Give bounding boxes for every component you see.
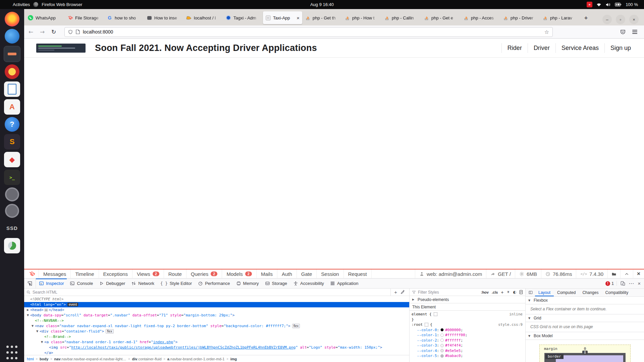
chevron-down-icon[interactable]: ▼	[36, 329, 40, 334]
css-variable-4[interactable]: --color-4:#e5e5e5;	[412, 348, 523, 354]
devtools-tab-storage[interactable]: Storage	[262, 279, 290, 288]
boxmodel-section-header[interactable]: ▼ Box Model	[526, 332, 644, 340]
tree-node-8[interactable]: ▼<a class="navbar-brand order-1 order-md…	[24, 340, 409, 345]
menu-hamburger-icon[interactable]	[632, 30, 637, 34]
tree-node-7[interactable]: <!--Brand-->	[24, 334, 409, 340]
debugbar-tab-gate[interactable]: Gate	[297, 269, 317, 278]
laravel-logo-icon[interactable]	[24, 269, 39, 278]
dock-item-firefox-icon[interactable]	[5, 12, 19, 26]
dock-item-files-icon[interactable]	[4, 46, 20, 62]
site-logo-image[interactable]	[36, 44, 86, 53]
debugbar-tab-models[interactable]: Models2	[222, 269, 256, 278]
dark-scheme-icon[interactable]: ◐	[513, 290, 516, 294]
dock-item-apps-icon[interactable]	[4, 345, 20, 360]
browser-tab-11[interactable]: php - Acces	[461, 11, 500, 24]
breadcrumb-item-img[interactable]: img	[230, 357, 237, 361]
responsive-design-icon[interactable]	[620, 281, 626, 286]
browser-tab-10[interactable]: php - Get e	[421, 11, 461, 24]
add-node-icon[interactable]: +	[394, 289, 397, 295]
browser-tab-5[interactable]: Tagxi - Adm	[223, 11, 263, 24]
sidebar-tab-computed[interactable]: Computed	[554, 289, 579, 296]
root-rule-selector[interactable]: :root{style.css:9	[412, 322, 523, 327]
dock-item-writer-icon[interactable]	[4, 81, 20, 97]
devtools-menu-icon[interactable]: ···	[629, 281, 634, 286]
forward-button[interactable]: →	[38, 27, 47, 37]
sidebar-tab-compatibility[interactable]: Compatibility	[602, 289, 632, 296]
shield-icon[interactable]	[68, 29, 73, 35]
tree-node-2[interactable]: ▶<head>⋯</head>	[24, 307, 409, 313]
box-model-border[interactable]: border 0	[544, 353, 626, 362]
tree-node-1[interactable]: <html lang="en">event	[24, 302, 409, 307]
close-window-button[interactable]: ×	[629, 15, 639, 24]
browser-tab-3[interactable]: How to inse	[144, 11, 183, 24]
debugbar-tab-session[interactable]: Session	[316, 269, 343, 278]
browser-tab-12[interactable]: php - Driver	[500, 11, 540, 24]
debugbar-tab-messages[interactable]: Messages	[39, 269, 70, 278]
volume-icon[interactable]	[605, 2, 611, 7]
debugbar-tab-mails[interactable]: Mails	[256, 269, 277, 278]
dock-item-thunderbird-icon[interactable]	[5, 29, 19, 44]
devtools-tab-application[interactable]: Application	[327, 279, 362, 288]
tree-node-4[interactable]: <!--NAVBAR-->	[24, 318, 409, 323]
debugbar-tab-queries[interactable]: Queries2	[186, 269, 222, 278]
debugbar-tab-exceptions[interactable]: Exceptions	[99, 269, 132, 278]
element-rule-selector[interactable]: element {inline	[412, 312, 523, 317]
maximize-button[interactable]: ▫	[616, 15, 625, 24]
color-swatch[interactable]	[440, 344, 444, 347]
devtools-tab-network[interactable]: Network	[128, 279, 157, 288]
browser-tab-9[interactable]: php - Callin	[382, 11, 421, 24]
box-model-margin[interactable]: margin 0 border 0	[539, 345, 631, 362]
tree-node-6[interactable]: ▼<div class="container-fluid">flex	[24, 329, 409, 334]
devtools-tab-accessibility[interactable]: Accessibility	[290, 279, 327, 288]
browser-tab-7[interactable]: php - Get th	[303, 11, 342, 24]
browser-tab-4[interactable]: localhost / l	[184, 11, 223, 24]
breadcrumb-item-a[interactable]: a.navbar-brand.order-1.order-md-1	[167, 357, 225, 361]
browser-tab-1[interactable]: File Storage	[65, 11, 104, 24]
dock-item-software-icon[interactable]: A	[4, 99, 20, 115]
open-folder-button[interactable]	[607, 269, 620, 278]
rule-location[interactable]: style.css:9	[498, 322, 523, 327]
search-html-input[interactable]: Search HTML	[33, 290, 57, 295]
chevron-down-icon[interactable]: ▼	[41, 340, 44, 345]
sidebar-pane-icon[interactable]	[526, 289, 535, 296]
chevron-down-icon[interactable]: ▼	[32, 323, 35, 329]
debugbar-tab-timeline[interactable]: Timeline	[70, 269, 98, 278]
color-swatch[interactable]	[440, 334, 444, 337]
devtools-tab-style-editor[interactable]: { }Style Editor	[157, 279, 195, 288]
site-link-driver[interactable]: Driver	[528, 43, 555, 53]
save-to-pocket-icon[interactable]	[620, 29, 626, 34]
devtools-tab-inspector[interactable]: Inspector	[36, 279, 67, 288]
back-button[interactable]: ←	[26, 27, 36, 37]
bookmark-star-icon[interactable]: ☆	[544, 29, 549, 35]
add-rule-icon[interactable]: +	[501, 290, 503, 295]
collapse-debugbar-button[interactable]	[620, 269, 633, 278]
url-bar[interactable]: localhost:8000 ☆	[64, 27, 553, 37]
debugbar-tab-auth[interactable]: Auth	[277, 269, 297, 278]
selector-highlighter-icon[interactable]	[434, 312, 437, 316]
devtools-tab-debugger[interactable]: Debugger	[96, 279, 128, 288]
reload-button[interactable]: ↻	[49, 27, 58, 37]
css-variable-5[interactable]: --color-5:#babac0;	[412, 353, 523, 359]
dock-item-help-icon[interactable]: ?	[5, 117, 19, 132]
wifi-icon[interactable]	[596, 2, 601, 7]
rule-location[interactable]: inline	[509, 312, 523, 317]
color-swatch[interactable]	[440, 339, 444, 342]
color-swatch[interactable]	[440, 328, 444, 331]
sidebar-tab-changes[interactable]: Changes	[579, 289, 602, 296]
devtools-tab-performance[interactable]: Performance	[195, 279, 233, 288]
chevron-down-icon[interactable]: ▼	[27, 313, 30, 318]
browser-tab-0[interactable]: WhatsApp	[25, 11, 65, 24]
dock-item-greenapp-icon[interactable]	[4, 238, 20, 253]
debugbar-tab-views[interactable]: Views2	[132, 269, 164, 278]
site-link-rider[interactable]: Rider	[501, 43, 528, 53]
new-tab-button[interactable]: +	[581, 13, 591, 23]
light-scheme-icon[interactable]: ☀	[507, 290, 510, 294]
chevron-right-icon[interactable]: ▶	[27, 307, 30, 313]
browser-tab-6[interactable]: –Taxi-App×	[263, 11, 302, 24]
activities-button[interactable]: Activities	[13, 2, 30, 7]
dock-item-terminal-icon[interactable]: >_	[4, 170, 20, 185]
devtools-tab-memory[interactable]: Memory	[233, 279, 262, 288]
error-count-badge[interactable]: !1	[605, 281, 617, 286]
pick-element-icon[interactable]	[24, 279, 36, 288]
tree-node-0[interactable]: <!DOCTYPE html>	[24, 297, 409, 302]
